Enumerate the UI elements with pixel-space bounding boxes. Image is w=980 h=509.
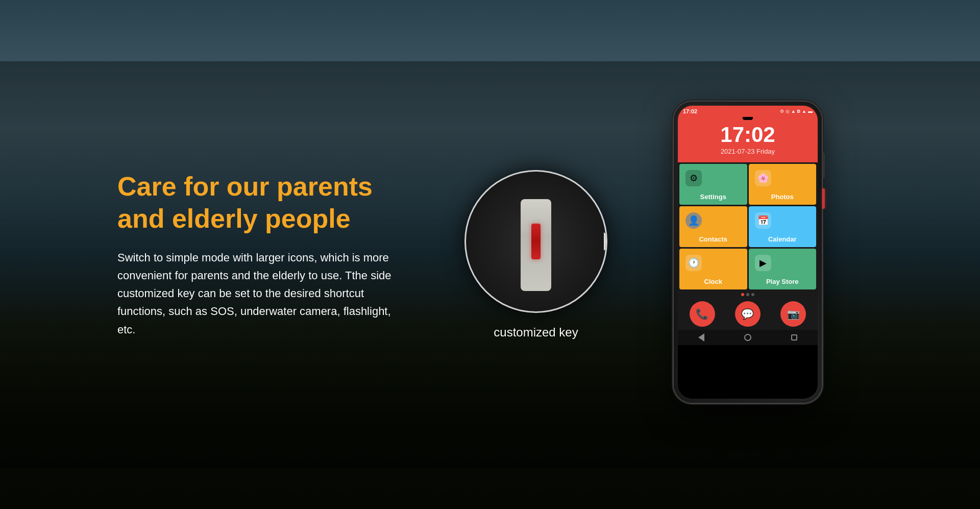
photos-icon: 🌸 [755, 170, 771, 186]
home-button[interactable] [744, 333, 752, 342]
recents-button[interactable] [790, 333, 798, 342]
content-wrapper: Care for our parents and elderly people … [0, 0, 980, 509]
battery-status-icon: ▬ [808, 109, 813, 114]
clock-display-date: 2021-07-23 Friday [683, 148, 813, 155]
app-tile-calendar[interactable]: 📅 Calendar [749, 206, 817, 247]
dock-phone-icon[interactable]: 📞 [690, 301, 715, 327]
page-dot-1 [741, 293, 744, 296]
photos-label: Photos [749, 193, 817, 201]
calendar-label: Calendar [749, 235, 817, 243]
app-grid: ⚙ Settings 🌸 Photos 👤 Contacts [678, 162, 818, 291]
settings-label: Settings [679, 193, 747, 201]
settings-icon: ⚙ [685, 170, 702, 186]
dock-message-icon[interactable]: 💬 [735, 301, 761, 327]
home-circle-icon [744, 334, 751, 341]
magnify-circle [464, 170, 607, 313]
wifi-status-icon: ▲ [802, 109, 806, 114]
page-dot-2 [746, 293, 749, 296]
location-status-icon: ◎ [786, 109, 790, 114]
customized-key-section: customized key [429, 170, 643, 340]
phone-outer-frame: 17:02 ⚙ ◎ ▲ B ▲ ▬ 17:02 2021-07-23 Frida… [674, 102, 822, 403]
settings-status-icon: ⚙ [780, 109, 784, 114]
status-bar: 17:02 ⚙ ◎ ▲ B ▲ ▬ [678, 106, 818, 117]
phone-call-icon: 📞 [696, 308, 708, 320]
app-tile-settings[interactable]: ⚙ Settings [679, 164, 747, 205]
phone-mockup: 17:02 ⚙ ◎ ▲ B ▲ ▬ 17:02 2021-07-23 Frida… [674, 102, 847, 403]
recents-square-icon [791, 334, 797, 341]
app-tile-photos[interactable]: 🌸 Photos [749, 164, 817, 205]
message-icon: 💬 [741, 308, 754, 320]
clock-widget: 17:02 2021-07-23 Friday [678, 117, 818, 162]
signal-status-icon: ▲ [791, 109, 796, 114]
headline: Care for our parents and elderly people [117, 171, 398, 234]
customized-key-label: customized key [494, 325, 578, 340]
status-time: 17:02 [683, 108, 697, 114]
playstore-label: Play Store [749, 278, 817, 285]
left-content: Care for our parents and elderly people … [51, 140, 408, 369]
bluetooth-status-icon: B [797, 109, 801, 114]
playstore-icon: ▶ [755, 255, 771, 271]
side-key-button [531, 224, 541, 259]
arrow-right-icon [604, 232, 607, 251]
nav-bar [678, 330, 818, 345]
status-icons: ⚙ ◎ ▲ B ▲ ▬ [780, 109, 813, 114]
clock-icon: 🕐 [685, 255, 702, 271]
clock-label: Clock [679, 278, 747, 285]
contacts-icon: 👤 [685, 212, 702, 229]
page-dot-3 [751, 293, 754, 296]
page-indicator [678, 291, 818, 298]
dock-camera-icon[interactable]: 📷 [780, 301, 806, 327]
contacts-label: Contacts [679, 235, 747, 243]
clock-display-time: 17:02 [683, 124, 813, 146]
camera-icon: 📷 [787, 308, 800, 320]
back-button[interactable] [697, 333, 705, 342]
app-tile-contacts[interactable]: 👤 Contacts [679, 206, 747, 247]
bottom-dock: 📞 💬 📷 [678, 298, 818, 330]
back-triangle-icon [698, 333, 704, 342]
app-tile-clock[interactable]: 🕐 Clock [679, 249, 747, 289]
app-tile-playstore[interactable]: ▶ Play Store [749, 249, 817, 289]
calendar-icon: 📅 [755, 212, 771, 229]
description-text: Switch to simple mode with larger icons,… [117, 249, 398, 338]
phone-notch [743, 117, 753, 120]
phone-screen: 17:02 ⚙ ◎ ▲ B ▲ ▬ 17:02 2021-07-23 Frida… [678, 106, 818, 399]
